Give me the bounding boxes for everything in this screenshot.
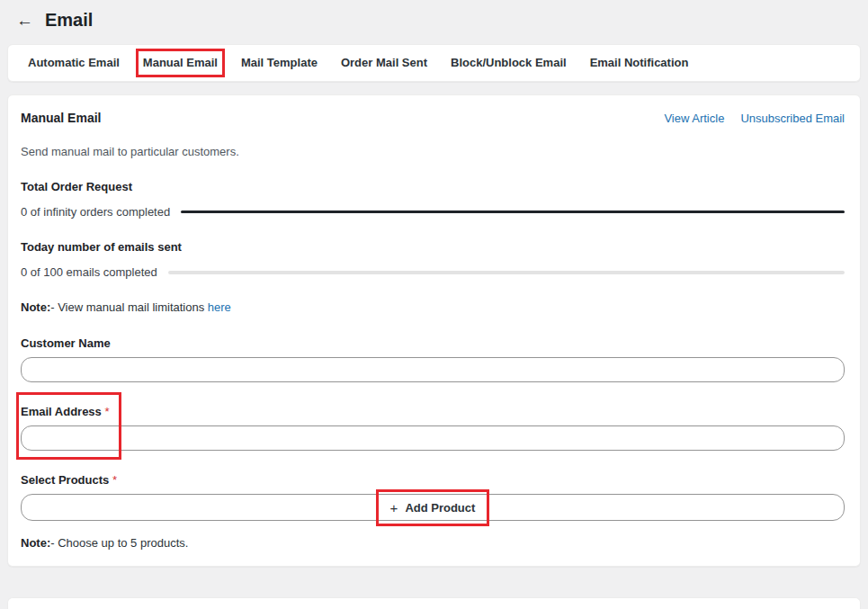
tab-email-notification[interactable]: Email Notification — [578, 45, 701, 81]
email-address-label-text: Email Address — [21, 405, 102, 418]
next-section-card — [7, 597, 861, 609]
tab-wrap-order-mail-sent: Order Mail Sent — [329, 45, 439, 81]
email-required-asterisk: * — [104, 405, 109, 418]
total-order-request-label: Total Order Request — [21, 180, 845, 193]
tab-block-unblock-email[interactable]: Block/Unblock Email — [439, 45, 578, 81]
emails-sent-progress-text: 0 of 100 emails completed — [21, 265, 157, 279]
panel-links: View Article Unsubscribed Email — [664, 112, 845, 125]
add-product-wrap: + Add Product — [389, 501, 478, 515]
total-order-progress-text: 0 of infinity orders completed — [21, 205, 170, 219]
emails-sent-progress-bar — [168, 271, 845, 274]
panel-subtitle: Send manual mail to particular customers… — [21, 145, 845, 158]
panel-title: Manual Email — [21, 111, 101, 125]
select-products-label-text: Select Products — [21, 473, 109, 487]
email-address-label: Email Address * — [21, 405, 845, 418]
add-product-button-label: Add Product — [405, 501, 475, 515]
tab-bar: Automatic Email Manual Email Mail Templa… — [7, 44, 861, 82]
tab-wrap-mail-template: Mail Template — [229, 45, 329, 81]
page-title: Email — [45, 10, 93, 31]
plus-icon: + — [390, 501, 398, 515]
email-address-field-group: Email Address * — [21, 405, 845, 451]
select-products-field[interactable]: + Add Product — [21, 494, 845, 521]
emails-sent-label: Today number of emails sent — [21, 240, 845, 254]
manual-email-panel: Manual Email View Article Unsubscribed E… — [7, 94, 861, 567]
limitations-note-prefix: Note: — [21, 300, 50, 314]
limitations-here-link[interactable]: here — [208, 300, 231, 314]
tab-wrap-block-unblock-email: Block/Unblock Email — [439, 45, 578, 81]
add-product-button[interactable]: + Add Product — [389, 501, 478, 515]
select-products-required-asterisk: * — [112, 473, 117, 487]
select-products-label: Select Products * — [21, 473, 845, 487]
tab-mail-template[interactable]: Mail Template — [229, 45, 329, 81]
total-order-progress-bar — [181, 210, 845, 213]
panel-header: Manual Email View Article Unsubscribed E… — [21, 111, 845, 125]
email-settings-page: ← Email Automatic Email Manual Email Mai… — [0, 0, 868, 609]
total-order-progress: 0 of infinity orders completed — [21, 205, 845, 219]
tab-wrap-email-notification: Email Notification — [578, 45, 701, 81]
products-note-body: - Choose up to 5 products. — [50, 536, 188, 550]
tab-automatic-email[interactable]: Automatic Email — [16, 45, 131, 81]
customer-name-input[interactable] — [21, 357, 845, 382]
page-header: ← Email — [0, 0, 868, 41]
products-note-prefix: Note: — [21, 536, 50, 550]
customer-name-label: Customer Name — [21, 336, 845, 350]
products-note: Note:- Choose up to 5 products. — [21, 536, 845, 550]
emails-sent-progress: 0 of 100 emails completed — [21, 265, 845, 279]
tab-manual-email[interactable]: Manual Email — [131, 45, 229, 81]
tab-wrap-automatic-email: Automatic Email — [16, 45, 131, 81]
limitations-note-body: - View manual mail limitations — [50, 300, 208, 314]
email-address-input[interactable] — [21, 425, 845, 451]
limitations-note: Note:- View manual mail limitations here — [21, 300, 845, 314]
view-article-link[interactable]: View Article — [664, 112, 724, 125]
tab-wrap-manual-email: Manual Email — [131, 45, 229, 81]
unsubscribed-email-link[interactable]: Unsubscribed Email — [740, 112, 845, 125]
tab-order-mail-sent[interactable]: Order Mail Sent — [329, 45, 439, 81]
back-arrow-icon[interactable]: ← — [16, 12, 33, 29]
